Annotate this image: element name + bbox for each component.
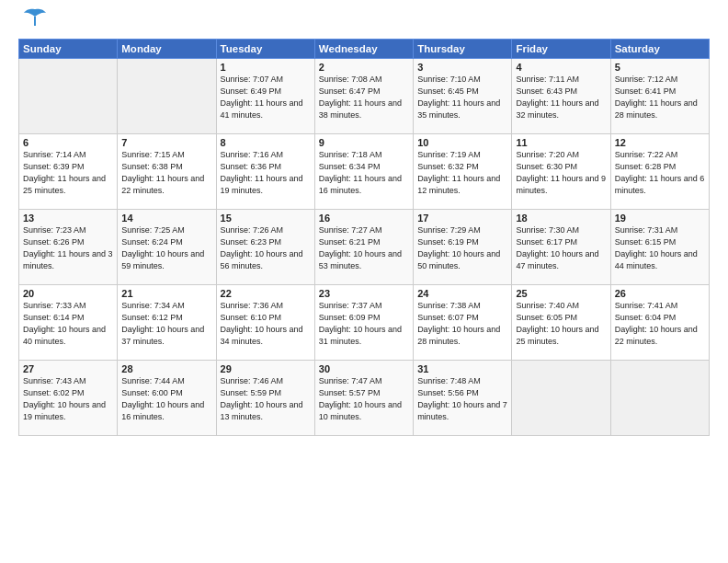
day-number: 19 bbox=[615, 213, 705, 224]
day-info: Sunrise: 7:43 AM Sunset: 6:02 PM Dayligh… bbox=[23, 375, 113, 423]
calendar-cell: 23Sunrise: 7:37 AM Sunset: 6:09 PM Dayli… bbox=[314, 285, 413, 361]
day-number: 23 bbox=[319, 288, 409, 299]
day-number: 24 bbox=[417, 288, 507, 299]
day-info: Sunrise: 7:26 AM Sunset: 6:23 PM Dayligh… bbox=[221, 224, 311, 272]
calendar-cell: 29Sunrise: 7:46 AM Sunset: 5:59 PM Dayli… bbox=[216, 361, 314, 436]
day-info: Sunrise: 7:46 AM Sunset: 5:59 PM Dayligh… bbox=[221, 375, 311, 423]
weekday-header-friday: Friday bbox=[512, 40, 610, 59]
calendar-cell: 2Sunrise: 7:08 AM Sunset: 6:47 PM Daylig… bbox=[314, 59, 413, 134]
calendar-cell: 11Sunrise: 7:20 AM Sunset: 6:30 PM Dayli… bbox=[512, 134, 610, 210]
calendar-cell bbox=[19, 59, 118, 134]
day-info: Sunrise: 7:16 AM Sunset: 6:36 PM Dayligh… bbox=[221, 149, 311, 197]
day-info: Sunrise: 7:27 AM Sunset: 6:21 PM Dayligh… bbox=[319, 224, 409, 272]
logo-bird-icon bbox=[22, 7, 48, 31]
day-number: 14 bbox=[121, 213, 211, 224]
day-number: 1 bbox=[221, 62, 311, 73]
weekday-header-wednesday: Wednesday bbox=[314, 40, 413, 59]
day-number: 10 bbox=[417, 137, 507, 148]
day-info: Sunrise: 7:19 AM Sunset: 6:32 PM Dayligh… bbox=[417, 149, 507, 197]
calendar-cell: 9Sunrise: 7:18 AM Sunset: 6:34 PM Daylig… bbox=[314, 134, 413, 210]
calendar-cell: 12Sunrise: 7:22 AM Sunset: 6:28 PM Dayli… bbox=[610, 134, 709, 210]
logo bbox=[18, 15, 48, 31]
calendar-cell: 25Sunrise: 7:40 AM Sunset: 6:05 PM Dayli… bbox=[512, 285, 610, 361]
day-number: 22 bbox=[221, 288, 311, 299]
week-row-4: 20Sunrise: 7:33 AM Sunset: 6:14 PM Dayli… bbox=[19, 285, 710, 361]
day-info: Sunrise: 7:12 AM Sunset: 6:41 PM Dayligh… bbox=[615, 74, 705, 121]
calendar-cell: 19Sunrise: 7:31 AM Sunset: 6:15 PM Dayli… bbox=[610, 210, 709, 285]
day-number: 9 bbox=[319, 137, 409, 148]
weekday-header-sunday: Sunday bbox=[19, 40, 118, 59]
day-number: 20 bbox=[23, 288, 113, 299]
week-row-3: 13Sunrise: 7:23 AM Sunset: 6:26 PM Dayli… bbox=[19, 210, 710, 285]
day-info: Sunrise: 7:30 AM Sunset: 6:17 PM Dayligh… bbox=[516, 224, 606, 272]
calendar-cell: 1Sunrise: 7:07 AM Sunset: 6:49 PM Daylig… bbox=[216, 59, 314, 134]
calendar-cell: 26Sunrise: 7:41 AM Sunset: 6:04 PM Dayli… bbox=[610, 285, 709, 361]
day-number: 18 bbox=[516, 213, 606, 224]
calendar-cell: 7Sunrise: 7:15 AM Sunset: 6:38 PM Daylig… bbox=[118, 134, 216, 210]
day-number: 15 bbox=[221, 213, 311, 224]
day-number: 12 bbox=[615, 137, 705, 148]
calendar-cell: 8Sunrise: 7:16 AM Sunset: 6:36 PM Daylig… bbox=[216, 134, 314, 210]
calendar-cell bbox=[610, 361, 709, 436]
day-info: Sunrise: 7:07 AM Sunset: 6:49 PM Dayligh… bbox=[221, 74, 311, 121]
day-info: Sunrise: 7:44 AM Sunset: 6:00 PM Dayligh… bbox=[121, 375, 211, 423]
day-number: 27 bbox=[23, 363, 113, 374]
weekday-header-monday: Monday bbox=[118, 40, 216, 59]
day-number: 29 bbox=[221, 363, 311, 374]
week-row-5: 27Sunrise: 7:43 AM Sunset: 6:02 PM Dayli… bbox=[19, 361, 710, 436]
day-number: 7 bbox=[121, 137, 211, 148]
day-info: Sunrise: 7:36 AM Sunset: 6:10 PM Dayligh… bbox=[221, 300, 311, 348]
calendar-cell: 6Sunrise: 7:14 AM Sunset: 6:39 PM Daylig… bbox=[19, 134, 118, 210]
day-number: 5 bbox=[615, 62, 705, 73]
day-number: 17 bbox=[417, 213, 507, 224]
calendar-cell: 20Sunrise: 7:33 AM Sunset: 6:14 PM Dayli… bbox=[19, 285, 118, 361]
day-info: Sunrise: 7:37 AM Sunset: 6:09 PM Dayligh… bbox=[319, 300, 409, 348]
day-info: Sunrise: 7:14 AM Sunset: 6:39 PM Dayligh… bbox=[23, 149, 113, 197]
day-info: Sunrise: 7:20 AM Sunset: 6:30 PM Dayligh… bbox=[516, 149, 606, 197]
calendar-cell: 4Sunrise: 7:11 AM Sunset: 6:43 PM Daylig… bbox=[512, 59, 610, 134]
day-info: Sunrise: 7:38 AM Sunset: 6:07 PM Dayligh… bbox=[417, 300, 507, 348]
calendar-cell: 31Sunrise: 7:48 AM Sunset: 5:56 PM Dayli… bbox=[414, 361, 512, 436]
calendar-cell bbox=[512, 361, 610, 436]
day-number: 6 bbox=[23, 137, 113, 148]
day-number: 11 bbox=[516, 137, 606, 148]
day-number: 13 bbox=[23, 213, 113, 224]
calendar-cell: 22Sunrise: 7:36 AM Sunset: 6:10 PM Dayli… bbox=[216, 285, 314, 361]
weekday-header-tuesday: Tuesday bbox=[216, 40, 314, 59]
day-info: Sunrise: 7:23 AM Sunset: 6:26 PM Dayligh… bbox=[23, 224, 113, 272]
day-number: 25 bbox=[516, 288, 606, 299]
calendar-cell: 21Sunrise: 7:34 AM Sunset: 6:12 PM Dayli… bbox=[118, 285, 216, 361]
day-info: Sunrise: 7:40 AM Sunset: 6:05 PM Dayligh… bbox=[516, 300, 606, 348]
day-info: Sunrise: 7:10 AM Sunset: 6:45 PM Dayligh… bbox=[417, 74, 507, 121]
day-info: Sunrise: 7:29 AM Sunset: 6:19 PM Dayligh… bbox=[417, 224, 507, 272]
day-number: 31 bbox=[417, 363, 507, 374]
day-info: Sunrise: 7:15 AM Sunset: 6:38 PM Dayligh… bbox=[121, 149, 211, 197]
day-number: 28 bbox=[121, 363, 211, 374]
day-number: 21 bbox=[121, 288, 211, 299]
day-number: 30 bbox=[319, 363, 409, 374]
calendar-table: SundayMondayTuesdayWednesdayThursdayFrid… bbox=[18, 39, 710, 436]
weekday-header-saturday: Saturday bbox=[610, 40, 709, 59]
calendar-cell bbox=[118, 59, 216, 134]
week-row-1: 1Sunrise: 7:07 AM Sunset: 6:49 PM Daylig… bbox=[19, 59, 710, 134]
day-info: Sunrise: 7:31 AM Sunset: 6:15 PM Dayligh… bbox=[615, 224, 705, 272]
calendar-cell: 5Sunrise: 7:12 AM Sunset: 6:41 PM Daylig… bbox=[610, 59, 709, 134]
day-number: 16 bbox=[319, 213, 409, 224]
calendar-cell: 14Sunrise: 7:25 AM Sunset: 6:24 PM Dayli… bbox=[118, 210, 216, 285]
calendar-cell: 17Sunrise: 7:29 AM Sunset: 6:19 PM Dayli… bbox=[414, 210, 512, 285]
day-info: Sunrise: 7:25 AM Sunset: 6:24 PM Dayligh… bbox=[121, 224, 211, 272]
day-number: 8 bbox=[221, 137, 311, 148]
weekday-header-row: SundayMondayTuesdayWednesdayThursdayFrid… bbox=[19, 40, 710, 59]
day-info: Sunrise: 7:33 AM Sunset: 6:14 PM Dayligh… bbox=[23, 300, 113, 348]
calendar-cell: 27Sunrise: 7:43 AM Sunset: 6:02 PM Dayli… bbox=[19, 361, 118, 436]
day-info: Sunrise: 7:41 AM Sunset: 6:04 PM Dayligh… bbox=[615, 300, 705, 348]
calendar-cell: 3Sunrise: 7:10 AM Sunset: 6:45 PM Daylig… bbox=[414, 59, 512, 134]
calendar-cell: 28Sunrise: 7:44 AM Sunset: 6:00 PM Dayli… bbox=[118, 361, 216, 436]
day-info: Sunrise: 7:11 AM Sunset: 6:43 PM Dayligh… bbox=[516, 74, 606, 121]
calendar-cell: 13Sunrise: 7:23 AM Sunset: 6:26 PM Dayli… bbox=[19, 210, 118, 285]
day-info: Sunrise: 7:34 AM Sunset: 6:12 PM Dayligh… bbox=[121, 300, 211, 348]
calendar-cell: 18Sunrise: 7:30 AM Sunset: 6:17 PM Dayli… bbox=[512, 210, 610, 285]
day-number: 26 bbox=[615, 288, 705, 299]
day-number: 4 bbox=[516, 62, 606, 73]
day-number: 2 bbox=[319, 62, 409, 73]
